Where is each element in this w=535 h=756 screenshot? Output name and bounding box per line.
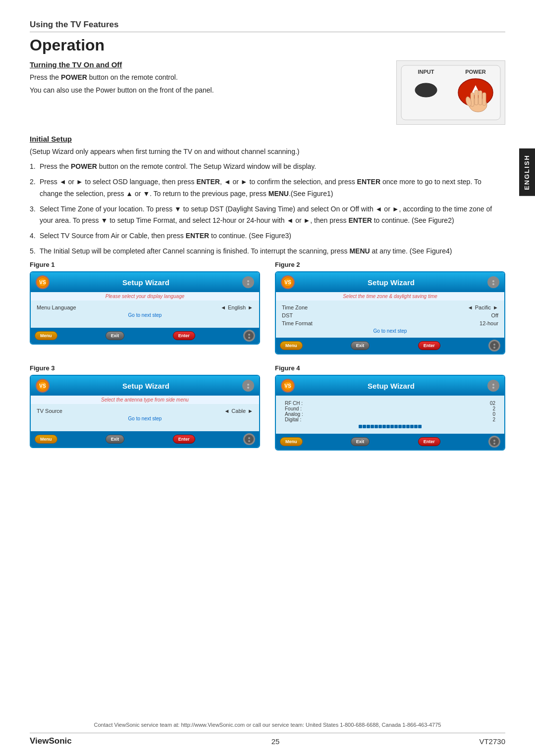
wizard-val-text-1: English <box>228 304 246 310</box>
wizard-enter-btn-3[interactable]: Enter <box>173 435 195 444</box>
turning-on-off-line1: Press the POWER button on the remote con… <box>30 72 386 83</box>
svg-rect-8 <box>475 90 478 105</box>
svg-text:INPUT: INPUT <box>418 69 434 75</box>
wizard-logo-left-4: VS <box>281 379 295 393</box>
scan-dot-3 <box>367 425 370 428</box>
wizard-value-3-1: ◄ Cable ► <box>224 408 253 414</box>
svg-point-15 <box>247 280 249 282</box>
scan-dot-11 <box>398 425 402 428</box>
wizard-value-2-1: ◄ Pacific ► <box>468 304 498 310</box>
svg-point-27 <box>493 347 495 349</box>
svg-point-40 <box>492 387 494 389</box>
analog-label: Analog : <box>285 411 303 417</box>
svg-text:VS: VS <box>39 383 46 389</box>
scan-dot-16 <box>418 425 422 428</box>
scan-dot-2 <box>363 425 366 428</box>
analog-value: 0 <box>492 411 495 417</box>
wizard-exit-btn-1[interactable]: Exit <box>106 331 125 340</box>
wizard-footer-4: Menu Exit Enter <box>276 434 504 450</box>
wizard-menu-btn-1[interactable]: Menu <box>35 331 57 340</box>
wizard-panel-4: VS Setup Wizard RF CH : 02 Found : <box>275 375 505 451</box>
wizard-val-text-3: Cable <box>231 408 246 414</box>
wizard-body-3: TV Source ◄ Cable ► Go to next step <box>31 404 259 431</box>
figures-row-2: Figure 3 VS Setup Wizard Select the ante… <box>30 364 505 451</box>
wizard-row-2-2: DST Off <box>282 311 498 319</box>
digital-value: 2 <box>492 417 495 422</box>
wizard-next-3: Go to next step <box>37 415 253 422</box>
svg-text:POWER: POWER <box>465 69 486 75</box>
wizard-footer-2: Menu Exit Enter <box>276 338 504 353</box>
scan-dot-9 <box>390 425 394 428</box>
scan-dot-13 <box>406 425 410 428</box>
svg-rect-10 <box>482 93 486 105</box>
wizard-arrow-right-3: ► <box>248 408 253 414</box>
figure-4-block: Figure 4 VS Setup Wizard RF CH : 02 <box>275 364 505 451</box>
wizard-arrow-right-2a: ► <box>493 304 498 310</box>
wizard-enter-btn-2[interactable]: Enter <box>418 341 440 350</box>
wizard-exit-btn-2[interactable]: Exit <box>351 341 370 350</box>
turning-on-off-text: Turning the TV On and Off Press the POWE… <box>30 60 396 98</box>
figure-3-label: Figure 3 <box>30 364 260 372</box>
figure-3-block: Figure 3 VS Setup Wizard Select the ante… <box>30 364 260 451</box>
wizard-row-2-3: Time Format 12-hour <box>282 319 498 327</box>
initial-setup-title: Initial Setup <box>30 135 505 143</box>
wizard-menu-btn-4[interactable]: Menu <box>280 437 303 446</box>
wizard-logo-right-2 <box>487 276 499 288</box>
scan-progress-bar <box>282 425 498 428</box>
initial-setup-section: Initial Setup (Setup Wizard only appears… <box>30 135 505 257</box>
svg-point-26 <box>493 344 495 346</box>
wizard-value-1-1: ◄ English ► <box>220 304 253 310</box>
step-5: 5. The Initial Setup will be completed a… <box>30 246 505 257</box>
svg-point-42 <box>493 440 495 442</box>
wizard-logo-left-1: VS <box>36 275 50 289</box>
wizard-subtitle-3: Select the antenna type from side menu <box>31 396 259 404</box>
wizard-body-2: Time Zone ◄ Pacific ► DST Off Time Forma… <box>276 301 504 338</box>
page-container: ENGLISH Using the TV Features Operation … <box>0 0 535 756</box>
step-4-num: 4. <box>30 230 36 242</box>
wizard-exit-btn-3[interactable]: Exit <box>106 435 125 444</box>
scan-dot-8 <box>386 425 390 428</box>
wizard-val-text-2a: Pacific <box>475 304 491 310</box>
rf-ch-label: RF CH : <box>285 401 303 406</box>
wizard-footer-1: Menu Exit Enter <box>31 328 259 344</box>
wizard-arrow-left-2a: ◄ <box>468 304 473 310</box>
turning-on-off-section: Turning the TV On and Off Press the POWE… <box>30 60 505 125</box>
wizard-arrow-right-1: ► <box>248 304 253 310</box>
wizard-subtitle-1: Please select your display language <box>31 292 259 301</box>
wizard-header-2: VS Setup Wizard <box>276 272 504 292</box>
wizard-enter-btn-4[interactable]: Enter <box>418 437 440 446</box>
footer-bar: Contact ViewSonic service team at: http:… <box>0 722 535 746</box>
scan-dot-7 <box>382 425 386 428</box>
step-1-num: 1. <box>30 161 36 172</box>
svg-text:VS: VS <box>39 280 46 285</box>
svg-point-35 <box>248 440 250 442</box>
wizard-footer-logo-2 <box>488 340 500 352</box>
figure-4-label: Figure 4 <box>275 364 505 372</box>
wizard-header-3: VS Setup Wizard <box>31 376 259 396</box>
wizard-value-2-3: 12-hour <box>480 320 498 326</box>
figure-2-block: Figure 2 VS Setup Wizard Select the time… <box>275 261 505 354</box>
section-title: Using the TV Features <box>30 20 505 32</box>
wizard-exit-btn-4[interactable]: Exit <box>351 437 370 446</box>
wizard-title-2: Setup Wizard <box>295 278 487 287</box>
svg-point-16 <box>247 283 249 285</box>
svg-point-19 <box>248 337 250 339</box>
wizard-scan-data: RF CH : 02 Found : 2 Analog : 0 Digita <box>282 400 498 423</box>
digital-label: Digital : <box>285 417 301 422</box>
svg-point-18 <box>248 334 250 336</box>
turning-on-off-title: Turning the TV On and Off <box>30 60 386 69</box>
wizard-panel-1: VS Setup Wizard Please select your displ… <box>30 271 260 345</box>
wizard-title-3: Setup Wizard <box>50 382 242 390</box>
svg-point-24 <box>492 283 494 285</box>
scan-dot-10 <box>394 425 398 428</box>
wizard-menu-btn-2[interactable]: Menu <box>280 341 303 350</box>
wizard-next-2: Go to next step <box>282 327 498 335</box>
figure-2-label: Figure 2 <box>275 261 505 268</box>
wizard-enter-btn-1[interactable]: Enter <box>173 331 195 340</box>
wizard-arrow-left-1: ◄ <box>220 304 226 310</box>
step-5-num: 5. <box>30 246 36 257</box>
steps-list: 1. Press the POWER button on the remote … <box>30 161 505 257</box>
wizard-menu-btn-3[interactable]: Menu <box>35 435 57 444</box>
wizard-value-2-2: Off <box>491 312 498 318</box>
footer-page-num: 25 <box>271 737 280 746</box>
